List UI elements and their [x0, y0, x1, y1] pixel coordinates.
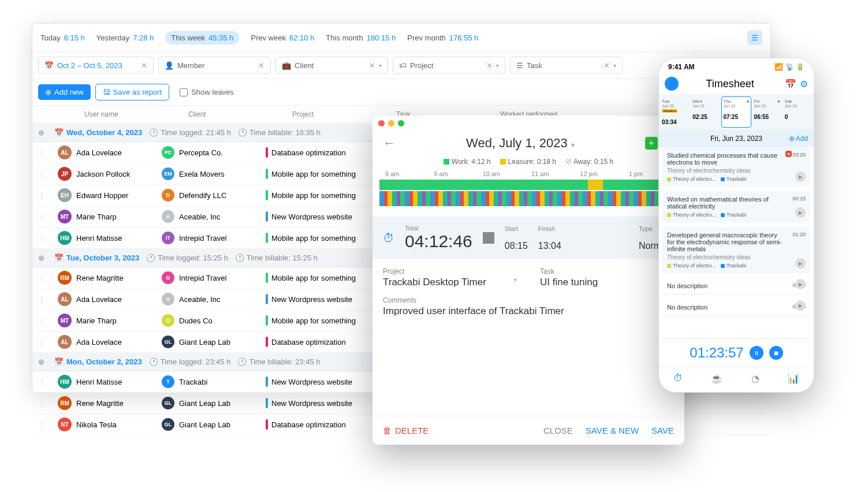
nav-break-icon[interactable]: ☕: [711, 373, 722, 384]
project-select[interactable]: Trackabi Desktop Timer ▾: [383, 277, 517, 288]
save-icon: 🖫: [103, 88, 110, 96]
drag-handle-icon[interactable]: ⋮: [38, 234, 46, 243]
play-icon[interactable]: ▶: [795, 172, 806, 182]
time-billable: 🕐 Time billable: 18:35 h: [238, 128, 321, 137]
task-filter[interactable]: ☰ Task ✕▾: [510, 57, 623, 74]
drag-handle-icon[interactable]: ⋮: [38, 213, 46, 221]
drag-handle-icon[interactable]: ⋮: [38, 295, 46, 304]
mobile-timer-value: 01:23:57: [690, 345, 743, 361]
comments-value[interactable]: Improved user interface of Trackabi Time…: [383, 305, 674, 317]
mobile-add-button[interactable]: ⊕ Add: [789, 135, 808, 143]
stop-icon[interactable]: [483, 232, 494, 244]
show-leaves-input[interactable]: [180, 88, 188, 96]
drag-handle-icon[interactable]: ⋮: [38, 420, 46, 429]
sliders-icon: ☰: [751, 33, 758, 42]
app-logo-icon[interactable]: [665, 77, 679, 91]
entry-description: No description: [667, 282, 806, 289]
add-entry-button[interactable]: +: [645, 137, 658, 150]
gear-icon[interactable]: ⚙: [800, 79, 808, 90]
client-filter[interactable]: 💼 Client ✕▾: [275, 57, 388, 74]
period-label: Prev week: [251, 33, 286, 42]
stop-button[interactable]: ⏹: [769, 346, 783, 360]
client-badge: PC: [162, 146, 174, 159]
client-name: Exela Movers: [179, 170, 225, 178]
day-date[interactable]: 📅 Wed, October 4, 2023: [54, 128, 142, 137]
drag-handle-icon[interactable]: ⋮: [38, 148, 46, 157]
clear-icon[interactable]: ✕: [141, 61, 147, 70]
start-time[interactable]: 08:15: [505, 241, 528, 251]
play-icon[interactable]: ▶: [795, 279, 806, 289]
period-this-month[interactable]: This month 180:15 h: [326, 33, 396, 42]
expand-day-icon[interactable]: ⊕: [38, 357, 47, 366]
mobile-day[interactable]: Wed Jun 21 02:25: [691, 96, 720, 128]
pause-button[interactable]: ⏸: [750, 346, 763, 360]
client-badge: G: [162, 271, 174, 284]
day-date[interactable]: 📅 Mon, October 2, 2023: [54, 357, 142, 366]
day-date[interactable]: 📅 Tue, October 3, 2023: [54, 254, 139, 262]
nav-reports-icon[interactable]: ◔: [751, 373, 759, 384]
clear-icon[interactable]: ✕: [486, 61, 493, 70]
drag-handle-icon[interactable]: ⋮: [38, 191, 46, 200]
clear-icon[interactable]: ✕: [258, 61, 265, 70]
mobile-entry[interactable]: 00:15 Worked on mathematical theories of…: [662, 191, 810, 222]
settings-button[interactable]: ☰: [747, 30, 762, 45]
day-total: 07:25: [723, 114, 749, 120]
close-window-icon[interactable]: [378, 120, 385, 126]
warning-icon: ●: [777, 99, 780, 104]
mobile-entries-list[interactable]: ● 03:20 Studied chemical processes that …: [659, 147, 814, 338]
play-icon[interactable]: ▶: [795, 207, 806, 218]
mobile-day[interactable]: Tue Jun 20 Vacation 03:34: [660, 96, 690, 128]
show-leaves-checkbox[interactable]: Show leaves: [180, 88, 234, 96]
project-cell: Database optimization: [266, 419, 381, 430]
maximize-window-icon[interactable]: [398, 120, 404, 126]
day-total: 02:25: [692, 114, 718, 120]
mobile-day[interactable]: Sat Jun 24 0: [783, 96, 813, 128]
mobile-day[interactable]: Thu● Jun 22 07:25: [721, 96, 751, 128]
calendar-icon[interactable]: 📅: [785, 79, 796, 90]
minimize-window-icon[interactable]: [388, 120, 394, 126]
clear-icon[interactable]: ✕: [369, 61, 375, 70]
mobile-entry[interactable]: ● 03:20 Studied chemical processes that …: [662, 147, 810, 187]
finish-time[interactable]: 13:04: [538, 241, 561, 251]
back-icon[interactable]: ←: [383, 136, 396, 151]
day-total: 03:34: [662, 119, 688, 125]
project-color-bar: [266, 398, 268, 408]
entry-subtitle: Theory of electrochemistry ideas: [667, 167, 806, 174]
play-icon[interactable]: ▶: [795, 300, 806, 311]
period-prev-month[interactable]: Prev month 176:55 h: [407, 33, 478, 42]
date-range-filter[interactable]: 📅 Oct 2 – Oct 5, 2023 ✕: [38, 57, 154, 74]
drag-handle-icon[interactable]: ⋮: [38, 274, 46, 282]
close-button[interactable]: CLOSE: [543, 426, 573, 435]
period-prev-week[interactable]: Prev week 62:10 h: [251, 33, 314, 42]
drag-handle-icon[interactable]: ⋮: [38, 378, 46, 386]
expand-day-icon[interactable]: ⊕: [38, 128, 47, 137]
play-icon[interactable]: ▶: [795, 258, 806, 269]
clear-icon[interactable]: ✕: [603, 61, 610, 70]
add-new-button[interactable]: ⊕ Add new: [38, 84, 91, 100]
period-today[interactable]: Today 6:15 h: [40, 33, 85, 42]
mobile-entry[interactable]: 02:10 No description ▶: [662, 299, 810, 316]
project-filter[interactable]: 🏷 Project ✕▾: [393, 57, 505, 74]
drag-handle-icon[interactable]: ⋮: [38, 338, 46, 346]
mobile-entry[interactable]: 00:20 No description ▶: [662, 278, 810, 295]
period-yesterday[interactable]: Yesterday 7:28 h: [96, 33, 154, 42]
member-filter[interactable]: 👤 Member ✕: [158, 57, 271, 74]
nav-timer-icon[interactable]: ⏱: [673, 373, 683, 384]
task-value[interactable]: UI fine tuning: [540, 277, 674, 288]
expand-day-icon[interactable]: ⊕: [38, 254, 47, 262]
timer-date[interactable]: Wed, July 1, 2023 ▾: [396, 136, 645, 151]
timer-form: Project Trackabi Desktop Timer ▾ Task UI…: [372, 259, 684, 333]
drag-handle-icon[interactable]: ⋮: [38, 399, 46, 408]
drag-handle-icon[interactable]: ⋮: [38, 170, 46, 178]
mobile-entry[interactable]: 01:20 Developed general macroscopic theo…: [662, 227, 810, 273]
mobile-day[interactable]: Fri● Jun 23 06:55: [752, 96, 782, 128]
drag-handle-icon[interactable]: ⋮: [38, 316, 46, 325]
day-of-week: Sat: [785, 99, 811, 104]
save-button[interactable]: SAVE: [651, 426, 674, 435]
save-and-new-button[interactable]: SAVE & NEW: [586, 426, 639, 435]
nav-stats-icon[interactable]: 📊: [788, 373, 799, 384]
delete-button[interactable]: 🗑 DELETE: [383, 426, 429, 435]
tag-color-icon: [667, 213, 671, 217]
period-this-week[interactable]: This week 45:35 h: [165, 31, 239, 44]
save-as-report-button[interactable]: 🖫 Save as report: [95, 84, 170, 100]
